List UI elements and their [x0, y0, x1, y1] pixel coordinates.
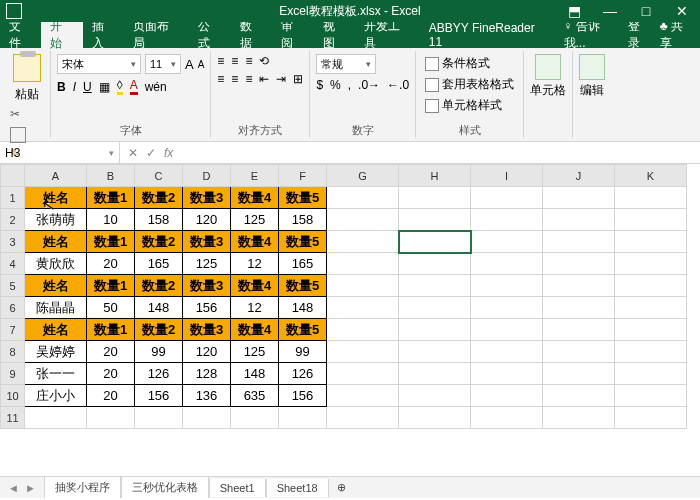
select-all-corner[interactable] — [1, 165, 25, 187]
row-header[interactable]: 7 — [1, 319, 25, 341]
row-header[interactable]: 5 — [1, 275, 25, 297]
cell[interactable] — [543, 341, 615, 363]
cell[interactable] — [327, 253, 399, 275]
sheet-nav-prev[interactable]: ◄ — [8, 482, 19, 494]
tab-abbyy[interactable]: ABBYY FineReader 11 — [420, 22, 558, 48]
tab-pagelayout[interactable]: 页面布局 — [124, 22, 189, 48]
cell[interactable]: 10 — [87, 209, 135, 231]
cells-button[interactable]: 单元格 — [530, 54, 566, 99]
cell[interactable] — [615, 297, 687, 319]
cell[interactable]: 数量1 — [87, 275, 135, 297]
cell[interactable]: 50 — [87, 297, 135, 319]
cancel-icon[interactable]: ✕ — [128, 146, 138, 160]
align-left-button[interactable]: ≡ — [217, 72, 224, 86]
cell[interactable] — [615, 385, 687, 407]
cell[interactable] — [471, 231, 543, 253]
cell[interactable] — [615, 275, 687, 297]
number-format-select[interactable]: 常规▾ — [316, 54, 376, 74]
align-top-button[interactable]: ≡ — [217, 54, 224, 68]
cell-styles-button[interactable]: 单元格样式 — [422, 96, 505, 115]
fx-icon[interactable]: fx — [164, 146, 173, 160]
cell[interactable]: 数量3 — [183, 231, 231, 253]
cell[interactable]: 12 — [231, 253, 279, 275]
column-header[interactable]: K — [615, 165, 687, 187]
increase-font-button[interactable]: A — [185, 57, 194, 72]
tab-insert[interactable]: 插入 — [83, 22, 124, 48]
cell[interactable] — [615, 253, 687, 275]
cell[interactable]: 姓名 — [25, 231, 87, 253]
name-box[interactable]: H3 ▾ — [0, 142, 120, 163]
row-header[interactable]: 8 — [1, 341, 25, 363]
cell[interactable] — [327, 231, 399, 253]
cell[interactable]: 张萌萌 — [25, 209, 87, 231]
cell[interactable]: 数量1 — [87, 231, 135, 253]
cell[interactable] — [399, 341, 471, 363]
tab-formulas[interactable]: 公式 — [189, 22, 230, 48]
cell[interactable] — [399, 363, 471, 385]
tab-home[interactable]: 开始 — [41, 22, 82, 48]
cell[interactable] — [399, 209, 471, 231]
cell[interactable] — [399, 407, 471, 429]
cell[interactable]: 99 — [279, 341, 327, 363]
cell[interactable] — [615, 231, 687, 253]
cell[interactable]: 黄欣欣 — [25, 253, 87, 275]
font-color-button[interactable]: A — [130, 78, 138, 95]
tab-data[interactable]: 数据 — [231, 22, 272, 48]
cell[interactable] — [543, 385, 615, 407]
cell[interactable]: 姓名 — [25, 319, 87, 341]
cell[interactable]: 99 — [135, 341, 183, 363]
minimize-button[interactable]: — — [592, 0, 628, 22]
column-header[interactable]: B — [87, 165, 135, 187]
merge-button[interactable]: ⊞ — [293, 72, 303, 86]
cell[interactable] — [471, 319, 543, 341]
tab-view[interactable]: 视图 — [314, 22, 355, 48]
cell[interactable]: 数量1 — [87, 319, 135, 341]
tab-file[interactable]: 文件 — [0, 22, 41, 48]
cell[interactable] — [471, 385, 543, 407]
formula-input[interactable] — [181, 142, 700, 163]
row-header[interactable]: 4 — [1, 253, 25, 275]
cell[interactable]: 数量2 — [135, 187, 183, 209]
decrease-decimal-button[interactable]: ←.0 — [387, 78, 409, 92]
cell[interactable]: 165 — [135, 253, 183, 275]
sheet-tab[interactable]: Sheet1 — [209, 479, 266, 497]
cell[interactable]: 156 — [279, 385, 327, 407]
column-header[interactable]: G — [327, 165, 399, 187]
cell[interactable]: 148 — [231, 363, 279, 385]
cell[interactable] — [327, 187, 399, 209]
border-button[interactable]: ▦ — [99, 80, 110, 94]
tab-review[interactable]: 审阅 — [272, 22, 313, 48]
cell[interactable] — [471, 407, 543, 429]
cell[interactable]: 128 — [183, 363, 231, 385]
cell[interactable]: 125 — [231, 341, 279, 363]
cell[interactable]: 数量3 — [183, 319, 231, 341]
cell[interactable]: 数量3 — [183, 187, 231, 209]
cell[interactable]: 数量5 — [279, 275, 327, 297]
cell[interactable]: 数量2 — [135, 319, 183, 341]
column-header[interactable]: C — [135, 165, 183, 187]
copy-icon[interactable] — [10, 127, 26, 143]
cell[interactable] — [327, 341, 399, 363]
cell[interactable]: 12 — [231, 297, 279, 319]
enter-icon[interactable]: ✓ — [146, 146, 156, 160]
cell[interactable]: 165 — [279, 253, 327, 275]
cell[interactable]: 数量5 — [279, 319, 327, 341]
align-center-button[interactable]: ≡ — [231, 72, 238, 86]
cell[interactable]: 156 — [135, 385, 183, 407]
sheet-nav-next[interactable]: ► — [25, 482, 36, 494]
cell[interactable]: 120 — [183, 341, 231, 363]
cell[interactable] — [135, 407, 183, 429]
editing-button[interactable]: 编辑 — [579, 54, 605, 99]
cell[interactable] — [543, 231, 615, 253]
row-header[interactable]: 1 — [1, 187, 25, 209]
cell[interactable] — [183, 407, 231, 429]
cell[interactable]: 120 — [183, 209, 231, 231]
cell[interactable] — [471, 363, 543, 385]
increase-decimal-button[interactable]: .0→ — [358, 78, 380, 92]
column-header[interactable]: H — [399, 165, 471, 187]
cut-icon[interactable]: ✂ — [10, 107, 26, 123]
cell[interactable] — [399, 231, 471, 253]
cell[interactable] — [543, 209, 615, 231]
indent-decrease-button[interactable]: ⇤ — [259, 72, 269, 86]
row-header[interactable]: 3 — [1, 231, 25, 253]
